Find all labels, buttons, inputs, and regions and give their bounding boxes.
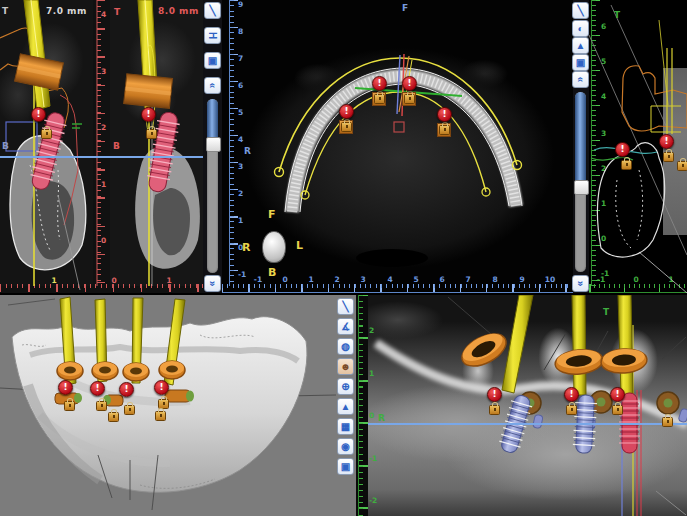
orientation-front: F [268, 210, 276, 220]
warning-badge[interactable]: ! [402, 76, 417, 91]
orientation-label-top: T [114, 7, 120, 17]
drill-pin[interactable] [502, 295, 633, 395]
orientation-label-top: T [614, 10, 620, 20]
globe-tool-button[interactable]: ◍ [337, 338, 354, 355]
grid-tool-button[interactable]: ▦ [337, 418, 354, 435]
warning-badge[interactable]: ! [610, 387, 625, 402]
implant-sleeve[interactable] [15, 54, 64, 91]
sagittal-panel[interactable]: ! ! 6543210-1 -101 T [589, 0, 687, 293]
snapshot-tool-button[interactable]: ▣ [337, 458, 354, 475]
cross-panel-toolbar: ╲ H ▣ « » [203, 0, 222, 293]
lock-icon[interactable] [41, 129, 52, 139]
lock-icon[interactable] [404, 94, 415, 104]
implant-sleeve[interactable] [124, 74, 173, 109]
orientation-label-bottom: B [2, 141, 9, 151]
slice-scrollbar[interactable] [207, 99, 218, 273]
axial-panel-toolbar: ╲ ◐ ▲ ▣ « » [573, 0, 589, 293]
warning-badge[interactable]: ! [615, 142, 630, 157]
warning-badge[interactable]: ! [437, 107, 452, 122]
warning-badge[interactable]: ! [90, 381, 105, 396]
patient-view-button[interactable]: ☻ [337, 358, 354, 375]
view3d-panel[interactable]: ! ! ! ! [0, 295, 336, 516]
lock-icon[interactable] [439, 125, 450, 135]
warning-badge[interactable]: ! [372, 76, 387, 91]
lock-icon[interactable] [146, 129, 157, 139]
warning-badge[interactable]: ! [659, 134, 674, 149]
warning-badge[interactable]: ! [564, 387, 579, 402]
lock-icon[interactable] [621, 160, 632, 170]
implant-marker[interactable] [437, 123, 451, 137]
implant-marker[interactable] [372, 92, 386, 106]
snapshot-tool-button[interactable]: ▣ [572, 54, 589, 71]
panoramic-panel[interactable]: ! ! ! 210-1-2 T R [356, 295, 687, 516]
lock-icon[interactable] [662, 417, 673, 427]
lock-icon[interactable] [663, 152, 674, 162]
orientation-back: B [268, 268, 276, 278]
side-label: R [244, 146, 251, 156]
scrollbar-thumb[interactable] [206, 137, 221, 152]
implant-marker[interactable] [402, 92, 416, 106]
contrast-tool-button[interactable]: ◐ [572, 20, 589, 37]
scroll-down-button[interactable]: » [204, 275, 221, 292]
cross-left-title: 7.0 mm [46, 6, 87, 16]
side-label: R [378, 413, 385, 423]
level-tool-button[interactable]: ▲ [572, 37, 589, 54]
cone-view-button[interactable]: ▲ [337, 398, 354, 415]
scroll-up-button[interactable]: « [204, 77, 221, 94]
warning-badge[interactable]: ! [58, 380, 73, 395]
gimbal-tool-button[interactable]: ⊕ [337, 378, 354, 395]
cross-right-title: 8.0 mm [158, 6, 199, 16]
lock-icon[interactable] [612, 405, 623, 415]
warning-badge[interactable]: ! [141, 107, 156, 122]
warning-badge[interactable]: ! [339, 104, 354, 119]
lock-icon[interactable] [566, 405, 577, 415]
implant-marker[interactable] [339, 120, 353, 134]
warning-badge[interactable]: ! [31, 107, 46, 122]
orientation-left: L [296, 241, 303, 251]
focus-square [394, 122, 404, 132]
warning-badge[interactable]: ! [487, 387, 502, 402]
angle-tool-button[interactable]: ∡ [337, 318, 354, 335]
lock-icon[interactable] [96, 401, 107, 411]
orientation-label-top: T [603, 307, 609, 317]
lock-icon[interactable] [108, 412, 119, 422]
view3d-panel-toolbar: ╲ ∡ ◍ ☻ ⊕ ▲ ▦ ◉ ▣ [336, 295, 356, 516]
orientation-right: R [242, 243, 250, 253]
orientation-label-top: T [2, 6, 8, 16]
front-label: F [402, 3, 408, 13]
lock-icon[interactable] [341, 122, 352, 132]
sphere-tool-button[interactable]: ◉ [337, 438, 354, 455]
tooth-contour [622, 66, 687, 131]
lock-icon[interactable] [124, 405, 135, 415]
scroll-down-button[interactable]: » [572, 275, 589, 292]
axial-panel[interactable]: ! ! ! ! F R L B F R 9876543210-1 -101234… [222, 0, 573, 293]
line-tool-button[interactable]: ╲ [572, 2, 589, 19]
scrollbar-thumb[interactable] [574, 180, 589, 195]
sagittal-graphics [589, 0, 687, 293]
orientation-label-bottom: B [113, 141, 120, 151]
axial-slice-line[interactable] [368, 423, 687, 425]
distance-tool-button[interactable]: H [204, 27, 221, 44]
orientation-indicator[interactable] [262, 231, 286, 263]
scroll-up-button[interactable]: « [572, 71, 589, 88]
pano-graphics [356, 295, 687, 516]
cross-section-panel[interactable]: ! ! 43210 101 T 7.0 mm B T 8.0 mm B [0, 0, 203, 293]
implant-outline[interactable] [651, 20, 681, 134]
lock-icon[interactable] [677, 161, 687, 171]
snapshot-tool-button[interactable]: ▣ [204, 52, 221, 69]
lock-icon[interactable] [64, 401, 75, 411]
warning-badge[interactable]: ! [154, 380, 169, 395]
lock-icon[interactable] [489, 405, 500, 415]
slice-scrollbar[interactable] [575, 92, 586, 272]
line-tool-button[interactable]: ╲ [204, 2, 221, 19]
workspace: ! ! 43210 101 T 7.0 mm B T 8.0 mm B ╲ H … [0, 0, 687, 516]
axial-slice-line[interactable] [0, 156, 203, 158]
warning-badge[interactable]: ! [119, 382, 134, 397]
cross-section-graphics [0, 0, 203, 293]
lock-icon[interactable] [155, 411, 166, 421]
lock-icon[interactable] [374, 94, 385, 104]
line-tool-button[interactable]: ╲ [337, 298, 354, 315]
